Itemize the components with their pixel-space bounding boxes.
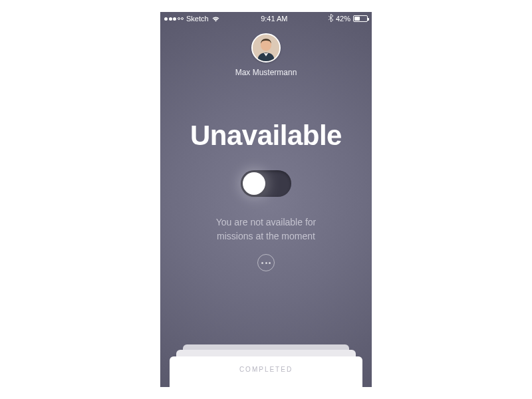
avatar[interactable] — [251, 33, 281, 63]
more-button[interactable] — [257, 254, 275, 271]
user-name: Max Mustermann — [235, 68, 297, 77]
phone-screen: Sketch 9:41 AM 42% Max Mus — [160, 12, 372, 387]
completed-card[interactable]: COMPLETED — [170, 356, 362, 387]
toggle-knob — [243, 172, 265, 195]
status-bar-time: 9:41 AM — [261, 15, 287, 23]
battery-percent-label: 42% — [336, 15, 350, 23]
wifi-icon — [211, 16, 220, 22]
availability-title: Unavailable — [160, 120, 372, 152]
card-stack: COMPLETED — [160, 344, 372, 387]
battery-icon — [353, 15, 368, 22]
availability-toggle[interactable] — [241, 170, 291, 197]
availability-description: You are not available for missions at th… — [160, 215, 372, 243]
status-bar-right: 42% — [329, 14, 368, 23]
status-bar-left: Sketch — [164, 15, 220, 23]
carrier-label: Sketch — [186, 15, 209, 23]
profile-header: Max Mustermann — [160, 33, 372, 77]
signal-strength-icon — [164, 17, 184, 21]
status-bar: Sketch 9:41 AM 42% — [160, 12, 372, 25]
bluetooth-icon — [329, 14, 333, 23]
card-label: COMPLETED — [239, 366, 293, 373]
